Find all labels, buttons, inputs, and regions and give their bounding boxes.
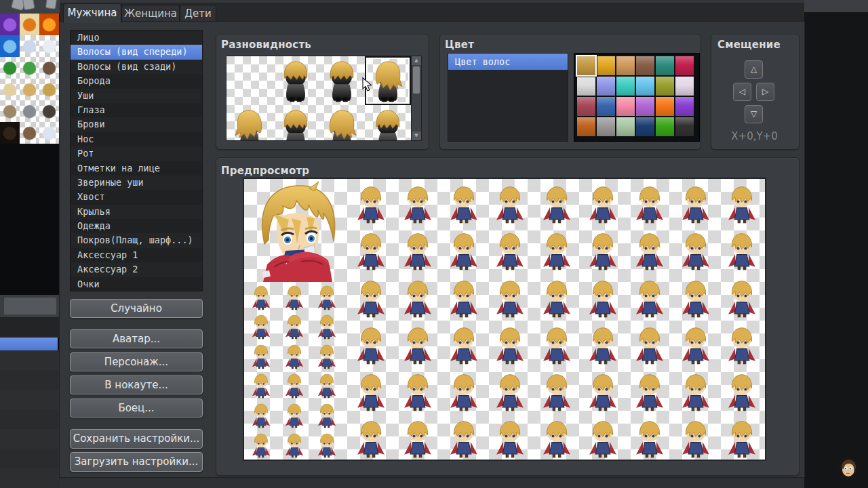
parts-list-item[interactable]: Глаза	[71, 103, 202, 117]
variety-thumbnail-none[interactable]	[226, 56, 273, 105]
parts-list-item[interactable]: Звериные уши	[71, 176, 202, 190]
parts-list-item[interactable]: Лицо	[71, 30, 202, 45]
tileset-tile[interactable]	[39, 14, 59, 35]
tileset-tile[interactable]	[0, 14, 20, 35]
scroll-up-icon[interactable]: ▲	[412, 56, 421, 65]
parts-list-item[interactable]: Волосы (вид сзади)	[71, 60, 202, 74]
color-swatch[interactable]	[656, 97, 674, 116]
preview-sprite	[487, 320, 533, 367]
parts-list-item[interactable]: Волосы (вид спереди)	[71, 45, 202, 59]
tileset-tile[interactable]	[39, 79, 59, 100]
color-swatch[interactable]	[675, 56, 694, 75]
parts-list-item[interactable]: Нос	[71, 132, 202, 146]
preview-sprite	[534, 272, 580, 319]
color-swatch[interactable]	[636, 97, 654, 116]
variety-scrollbar[interactable]: ▲ ▼	[411, 56, 422, 141]
map-list-selected-row[interactable]	[0, 338, 58, 350]
tileset-tile[interactable]	[20, 35, 39, 57]
tileset-tile[interactable]	[0, 35, 20, 57]
tab-kids[interactable]: Дети	[180, 5, 216, 22]
color-swatch[interactable]	[577, 117, 595, 136]
variety-thumbnail[interactable]	[319, 56, 365, 105]
knockout-button[interactable]: В нокауте...	[70, 375, 203, 394]
preview-canvas	[243, 178, 766, 461]
tileset-tile[interactable]	[20, 79, 39, 100]
parts-list-item[interactable]: Борода	[71, 74, 202, 88]
background-tab[interactable]	[4, 298, 56, 314]
tileset-tile[interactable]	[39, 100, 59, 122]
color-target-item-hair[interactable]: Цвет волос	[448, 54, 568, 70]
tileset-tile[interactable]	[0, 79, 20, 100]
parts-list-item[interactable]: Покров(Плащ, шарф...)	[71, 233, 202, 247]
load-settings-button[interactable]: Загрузить настройки...	[70, 452, 203, 472]
tileset-tile[interactable]	[39, 122, 59, 144]
parts-list-item[interactable]: Аксессуар 1	[71, 248, 202, 262]
preview-sprite	[441, 272, 487, 319]
variety-thumbnail[interactable]	[273, 56, 319, 105]
tileset-tile[interactable]	[39, 35, 59, 57]
color-swatch[interactable]	[577, 56, 595, 75]
random-button[interactable]: Случайно	[70, 299, 203, 318]
offset-left-button[interactable]: ◁	[733, 83, 751, 101]
scrollbar-thumb[interactable]	[413, 66, 420, 94]
color-swatch[interactable]	[636, 77, 654, 96]
tileset-tile[interactable]	[0, 57, 20, 79]
color-swatch[interactable]	[597, 56, 615, 75]
tab-female[interactable]: Женщина	[121, 5, 180, 22]
preview-sprite	[534, 413, 580, 460]
fighter-button[interactable]: Боец...	[70, 399, 203, 418]
color-swatch[interactable]	[616, 97, 635, 116]
save-settings-button[interactable]: Сохранить настройки...	[70, 429, 203, 449]
color-swatch[interactable]	[656, 56, 674, 75]
color-swatch[interactable]	[577, 77, 595, 96]
tileset-tile[interactable]	[39, 57, 59, 79]
color-swatch[interactable]	[616, 56, 635, 75]
toolbar-icon[interactable]	[45, 0, 57, 9]
color-swatch[interactable]	[636, 117, 654, 136]
parts-list-item[interactable]: Одежда	[71, 219, 202, 233]
tileset-tile[interactable]	[20, 122, 39, 144]
parts-list-item[interactable]: Рот	[71, 146, 202, 161]
offset-up-button[interactable]: △	[745, 60, 763, 79]
tileset-tile[interactable]	[20, 100, 39, 122]
variety-thumbnail[interactable]	[226, 105, 273, 141]
map-list-rows[interactable]	[0, 350, 60, 488]
editor-background-right	[804, 0, 868, 488]
avatar-button[interactable]: Аватар...	[70, 329, 203, 348]
color-swatch[interactable]	[597, 77, 615, 96]
variety-thumbnail[interactable]	[365, 105, 411, 141]
color-swatch[interactable]	[675, 117, 694, 136]
parts-list-item[interactable]: Очки	[71, 277, 202, 291]
color-swatch[interactable]	[656, 117, 674, 136]
color-swatch[interactable]	[616, 117, 635, 136]
color-swatch[interactable]	[675, 77, 694, 96]
color-swatch[interactable]	[636, 56, 654, 75]
offset-down-button[interactable]: ▽	[745, 105, 763, 123]
preview-battler-sheet	[348, 179, 766, 460]
parts-list-item[interactable]: Брови	[71, 117, 202, 131]
color-swatch[interactable]	[616, 77, 635, 96]
scroll-down-icon[interactable]: ▼	[412, 131, 421, 140]
character-button[interactable]: Персонаж...	[70, 352, 203, 371]
offset-right-button[interactable]: ▷	[756, 83, 774, 101]
color-swatch[interactable]	[597, 117, 615, 136]
editor-toolbar-strip	[0, 0, 60, 14]
parts-list-item[interactable]: Аксессуар 2	[71, 262, 202, 277]
tileset-tile[interactable]	[0, 100, 20, 122]
variety-thumbnail[interactable]	[319, 105, 365, 141]
color-swatch[interactable]	[675, 97, 694, 116]
preview-sprite	[394, 272, 440, 319]
parts-list-item[interactable]: Крылья	[71, 205, 202, 219]
parts-list-item[interactable]: Хвост	[71, 190, 202, 204]
color-swatch[interactable]	[577, 97, 595, 116]
color-swatch[interactable]	[597, 97, 615, 116]
tileset-tile[interactable]	[20, 14, 39, 35]
parts-list-item[interactable]: Уши	[71, 89, 202, 103]
tab-male[interactable]: Мужчина	[63, 3, 121, 23]
tileset-tile[interactable]	[20, 57, 39, 79]
tileset-tile[interactable]	[0, 122, 20, 144]
parts-list-item[interactable]: Отметки на лице	[71, 161, 202, 176]
variety-thumbnail[interactable]	[273, 105, 319, 141]
color-swatch[interactable]	[656, 77, 674, 96]
toolbar-icon[interactable]	[22, 0, 35, 10]
